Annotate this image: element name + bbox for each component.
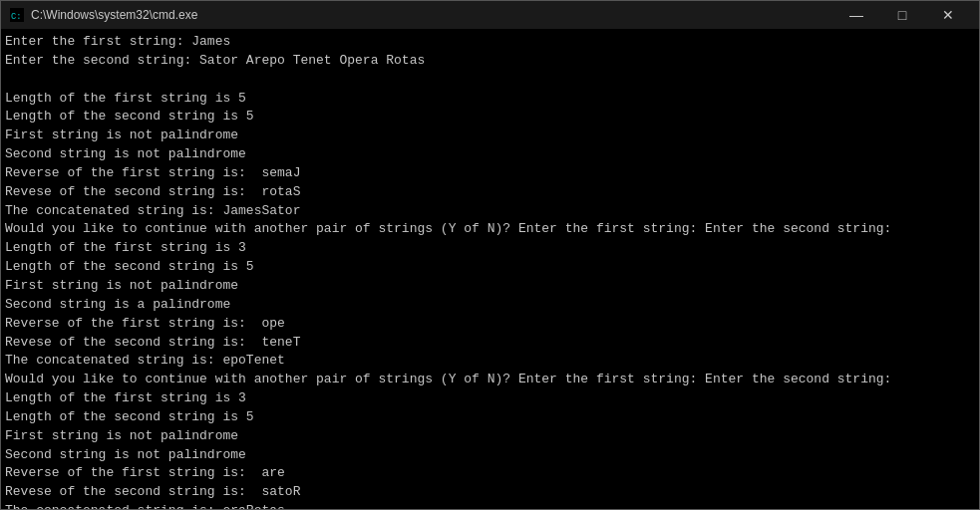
window-controls: — □ ✕: [833, 1, 971, 29]
close-button[interactable]: ✕: [925, 1, 971, 29]
cmd-window: C: C:\Windows\system32\cmd.exe — □ ✕ Ent…: [0, 0, 980, 510]
terminal-output: Enter the first string: James Enter the …: [5, 33, 975, 509]
title-bar-left: C: C:\Windows\system32\cmd.exe: [9, 7, 197, 23]
window-title: C:\Windows\system32\cmd.exe: [31, 8, 197, 22]
title-bar: C: C:\Windows\system32\cmd.exe — □ ✕: [1, 1, 979, 29]
minimize-button[interactable]: —: [833, 1, 879, 29]
maximize-button[interactable]: □: [879, 1, 925, 29]
svg-text:C:: C:: [11, 12, 22, 22]
cmd-icon: C:: [9, 7, 25, 23]
terminal-body[interactable]: Enter the first string: James Enter the …: [1, 29, 979, 509]
